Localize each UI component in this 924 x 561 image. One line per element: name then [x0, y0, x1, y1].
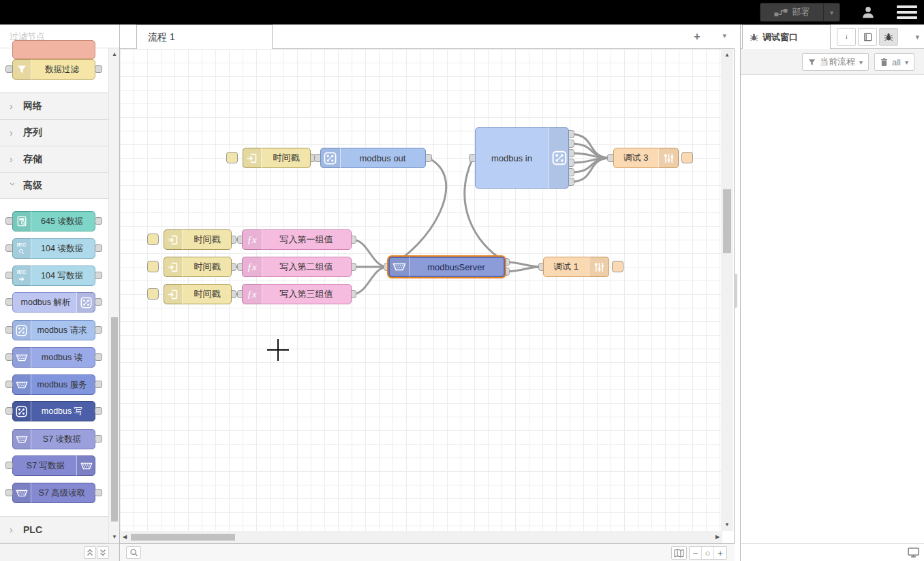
trash-icon: [880, 58, 888, 67]
canvas-vertical-scrollbar[interactable]: ▲ ▼: [721, 49, 733, 531]
debug-tab-button[interactable]: [879, 28, 898, 46]
palette-scrollbar[interactable]: ▲ ▼: [108, 48, 119, 543]
node-output-port[interactable]: [95, 65, 102, 73]
palette-node-104-read[interactable]: IEC 104 读数据: [12, 238, 95, 259]
info-tab-button[interactable]: [837, 28, 856, 46]
flow-list-button[interactable]: ▾: [722, 31, 726, 40]
sidebar-resize-handle[interactable]: [734, 274, 737, 308]
flow-canvas[interactable]: 时间戳 modbus out modbus in 调试 3 时间戳: [120, 49, 722, 531]
tab-flow-1[interactable]: 流程 1: [136, 25, 273, 49]
scroll-up-arrow[interactable]: ▲: [109, 50, 120, 59]
scroll-up-arrow[interactable]: ▲: [721, 50, 733, 60]
palette-category-sequence[interactable]: › 序列: [0, 119, 109, 146]
flow-node-modbus-server-selected[interactable]: modbusServer: [388, 257, 505, 277]
scroll-left-arrow[interactable]: ◀: [120, 531, 129, 543]
chevron-down-icon: ›: [7, 182, 18, 189]
flow-node-inject-top[interactable]: 时间戳: [243, 148, 311, 168]
collapse-all-categories-button[interactable]: [84, 546, 96, 559]
flow-node-function-1[interactable]: ƒx 写入第一组值: [242, 229, 352, 250]
map-icon: [674, 549, 684, 558]
palette-section-top: 数据过滤: [0, 48, 109, 92]
flow-node-debug-1[interactable]: 调试 1: [543, 257, 609, 277]
inject-trigger-button[interactable]: [226, 152, 238, 163]
monitor-icon: [908, 547, 919, 558]
flow-node-modbus-out[interactable]: modbus out: [320, 148, 426, 168]
palette-node-modbus-parse[interactable]: modbus 解析: [12, 292, 95, 312]
flow-node-inject-1[interactable]: 时间戳: [164, 229, 232, 250]
palette-node-modbus-service[interactable]: modbus 服务: [12, 374, 95, 395]
open-in-window-button[interactable]: [908, 547, 919, 558]
scroll-right-arrow[interactable]: ▶: [713, 531, 722, 543]
scroll-down-arrow[interactable]: ▼: [109, 532, 120, 542]
inject-trigger-button[interactable]: [147, 288, 159, 300]
chevron-right-icon: ›: [10, 154, 16, 165]
palette-node-label: 数据过滤: [13, 60, 95, 79]
deploy-button[interactable]: 部署 ▾: [760, 3, 840, 22]
debug-sidebar: 调试窗口 ▾ 当前流程 ▾ all ▾: [740, 25, 924, 561]
bug-icon: [750, 33, 758, 42]
flow-node-function-3[interactable]: ƒx 写入第三组值: [242, 284, 352, 304]
palette-node-645-read[interactable]: 645 读数据: [12, 211, 95, 231]
inject-trigger-button[interactable]: [147, 261, 159, 272]
palette-node-104-write[interactable]: IEC 104 写数据: [12, 266, 95, 286]
flow-node-inject-2[interactable]: 时间戳: [164, 257, 232, 277]
debug-toggle-button[interactable]: [612, 261, 623, 272]
canvas-search-button[interactable]: [126, 546, 141, 559]
search-icon: [129, 548, 138, 557]
flow-node-function-2[interactable]: ƒx 写入第二组值: [242, 257, 352, 277]
zoom-out-button[interactable]: −: [690, 547, 702, 559]
palette-node-modbus-write[interactable]: modbus 写: [12, 401, 95, 421]
palette-category-plc[interactable]: › PLC: [0, 516, 109, 543]
flow-node-inject-3[interactable]: 时间戳: [164, 284, 232, 304]
chevron-right-icon: ›: [10, 524, 16, 535]
sliders-icon: [589, 257, 609, 277]
debug-message-list: [741, 75, 924, 543]
debug-tab-label: 调试窗口: [763, 31, 798, 44]
user-menu-button[interactable]: [859, 3, 878, 21]
deploy-label: 部署: [792, 6, 810, 18]
palette-node-modbus-read[interactable]: modbus 读: [12, 347, 95, 368]
workspace-footer: − ○ +: [120, 543, 735, 561]
zoom-in-button[interactable]: +: [714, 547, 726, 559]
crosshair-cursor: [277, 339, 279, 361]
debug-clear-button[interactable]: all ▾: [874, 53, 914, 71]
palette-node-s7-advanced-read[interactable]: S7 高级读取: [12, 483, 95, 503]
tab-debug-window[interactable]: 调试窗口: [742, 25, 831, 49]
vertical-scrollbar-thumb[interactable]: [723, 189, 731, 253]
palette-node-s7-write[interactable]: S7 写数据: [12, 455, 95, 476]
sliders-icon: [658, 148, 679, 168]
modbus-grid-icon: [76, 292, 95, 312]
palette-scrollbar-thumb[interactable]: [111, 317, 118, 522]
hamburger-icon: [897, 5, 917, 8]
sidebar-options-button[interactable]: ▾: [915, 33, 919, 42]
palette-node-s7-read[interactable]: S7 读数据: [12, 429, 95, 449]
debug-filter-button[interactable]: 当前流程 ▾: [802, 53, 869, 71]
expand-all-categories-button[interactable]: [97, 546, 109, 559]
palette-category-network[interactable]: › 网络: [0, 93, 109, 119]
bug-icon: [884, 32, 893, 42]
palette-node-partial[interactable]: [12, 40, 95, 59]
flow-node-modbus-in[interactable]: modbus in: [475, 127, 569, 189]
double-chevron-down-icon: [99, 549, 106, 556]
flow-node-debug-3[interactable]: 调试 3: [613, 148, 679, 168]
palette-node-data-filter[interactable]: 数据过滤: [12, 59, 95, 80]
debug-toggle-button[interactable]: [681, 152, 693, 163]
canvas-horizontal-scrollbar[interactable]: ◀ ▶: [120, 531, 722, 543]
chevron-right-icon: ›: [10, 127, 16, 138]
sidebar-tabbar: 调试窗口 ▾: [741, 25, 924, 49]
chevron-down-icon: ▾: [859, 59, 863, 66]
palette-section-advanced: 645 读数据 IEC 104 读数据 IEC 104 写数据 modbus 解…: [0, 199, 109, 516]
palette-category-advanced[interactable]: › 高级: [0, 172, 109, 199]
scroll-down-arrow[interactable]: ▼: [721, 520, 733, 530]
minimap-toggle-button[interactable]: [671, 546, 687, 560]
horizontal-scrollbar-thumb[interactable]: [131, 534, 235, 541]
zoom-reset-button[interactable]: ○: [702, 547, 714, 559]
palette-category-storage[interactable]: › 存储: [0, 146, 109, 172]
palette-node-modbus-request[interactable]: modbus 请求: [12, 320, 95, 340]
inject-trigger-button[interactable]: [147, 234, 159, 245]
help-tab-button[interactable]: [858, 28, 877, 46]
add-flow-button[interactable]: +: [690, 30, 705, 44]
main-menu-button[interactable]: [897, 5, 917, 19]
palette-footer: [0, 543, 119, 561]
deploy-options-button[interactable]: ▾: [823, 3, 840, 21]
